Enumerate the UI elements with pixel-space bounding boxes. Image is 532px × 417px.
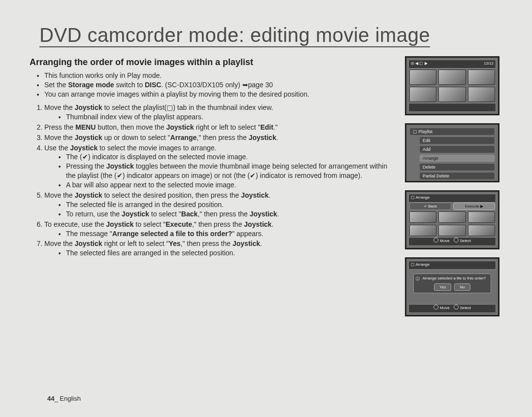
thumb (409, 211, 436, 223)
intro-item: Set the Storage mode switch to DISC. (SC… (44, 80, 397, 90)
step-1-sub: Thumbnail index view of the playlist app… (66, 112, 397, 122)
info-icon: ⓘ (416, 276, 420, 281)
thumb (409, 70, 436, 85)
step-7: Move the Joystick right or left to selec… (44, 239, 397, 258)
shot3-grid (409, 211, 495, 236)
thumb (438, 211, 466, 223)
shot3-titlebar: ▢ Arrange (408, 194, 496, 203)
thumb (468, 211, 495, 223)
step-4-sub: Pressing the Joystick toggles between th… (66, 162, 397, 180)
page-number: 44 (47, 395, 54, 402)
shot4-titlebar: ▢ Arrange (408, 261, 496, 270)
menu-item-partial-delete: Partial Delete (419, 172, 495, 180)
steps-list: Move the Joystick to select the playlist… (30, 103, 397, 258)
confirm-dialog: ⓘ Arrange selected a file to this order?… (413, 274, 491, 293)
no-button: No (454, 283, 470, 291)
menu-item-arrange: Arrange (419, 154, 495, 162)
step-5: Move the Joystick to select the desired … (44, 191, 397, 219)
playlist-tab-icon: ◎ ◀ ▢ ▶ (411, 60, 428, 68)
thumb (468, 70, 495, 85)
step-4-sub: The (✔) indicator is displayed on the se… (66, 152, 397, 162)
menu-title: ▢ Playlist (409, 128, 495, 136)
back-button: ⤶ Back (409, 203, 451, 210)
text-column: Arranging the order of movie images with… (30, 56, 397, 316)
step-6-sub: The message "Arrange selected a file to … (66, 229, 397, 239)
thumb (438, 70, 466, 85)
step-3: Move the Joystick up or down to select "… (44, 133, 397, 142)
step-4: Use the Joystick to select the movie ima… (44, 143, 397, 190)
step-6: To execute, use the Joystick to select "… (44, 220, 397, 239)
shot3-footer: MoveSelect (408, 237, 496, 246)
screenshots-column: ◎ ◀ ▢ ▶ 12/12 ▢ Playlist Edit (405, 56, 502, 316)
menu-footer: Move Select (409, 181, 495, 182)
step-5-sub: The selected file is arranged in the des… (66, 200, 397, 209)
shot4-footer: MoveSelect (408, 304, 496, 313)
shot1-counter: 12/12 (484, 60, 494, 68)
dialog-message: Arrange selected a file to this order? (416, 276, 489, 280)
intro-list: This function works only in Play mode. S… (30, 71, 397, 99)
thumb (438, 87, 466, 102)
section-title: Arranging the order of movie images with… (30, 56, 397, 68)
shot1-grid (409, 70, 495, 102)
content-columns: Arranging the order of movie images with… (30, 56, 502, 316)
yes-button: Yes (434, 283, 451, 291)
step-5-sub: To return, use the Joystick to select "B… (66, 209, 397, 219)
manual-page: DVD camcorder mode: editing movie image … (0, 0, 532, 417)
screenshot-confirm-dialog: ▢ Arrange ⓘ Arrange selected a file to t… (405, 257, 499, 316)
intro-item: This function works only in Play mode. (44, 71, 397, 80)
page-title-wrap: DVD camcorder mode: editing movie image (39, 25, 493, 47)
screenshot-edit-menu: ▢ Playlist Edit Add Arrange Delete Parti… (405, 123, 499, 182)
page-title: DVD camcorder mode: editing movie image (39, 25, 430, 47)
screenshot-thumbnail-grid: ◎ ◀ ▢ ▶ 12/12 (405, 56, 499, 115)
execute-button: Execute ▶ (453, 203, 495, 210)
step-7-sub: The selected files are arranged in the s… (66, 248, 397, 258)
page-lang: English (60, 395, 81, 402)
page-footer: 44_ English (47, 395, 81, 402)
menu-item-delete: Delete (419, 163, 495, 171)
thumb (438, 225, 466, 236)
menu-item-add: Add (419, 145, 495, 153)
shot1-bottombar (408, 103, 496, 112)
intro-item: You can arrange movie images within a pl… (44, 90, 397, 99)
thumb (468, 225, 495, 236)
step-4-sub: A bar will also appear next to the selec… (66, 180, 397, 190)
screenshot-arrange-grid: ▢ Arrange ⤶ Back Execute ▶ MoveSelect (405, 190, 499, 249)
thumb (409, 225, 436, 236)
thumb (409, 87, 436, 102)
thumb (468, 87, 495, 102)
shot1-topbar: ◎ ◀ ▢ ▶ 12/12 (408, 60, 496, 69)
step-2: Press the MENU button, then move the Joy… (44, 123, 397, 132)
menu-sub: Edit (419, 137, 495, 144)
step-1: Move the Joystick to select the playlist… (44, 103, 397, 122)
